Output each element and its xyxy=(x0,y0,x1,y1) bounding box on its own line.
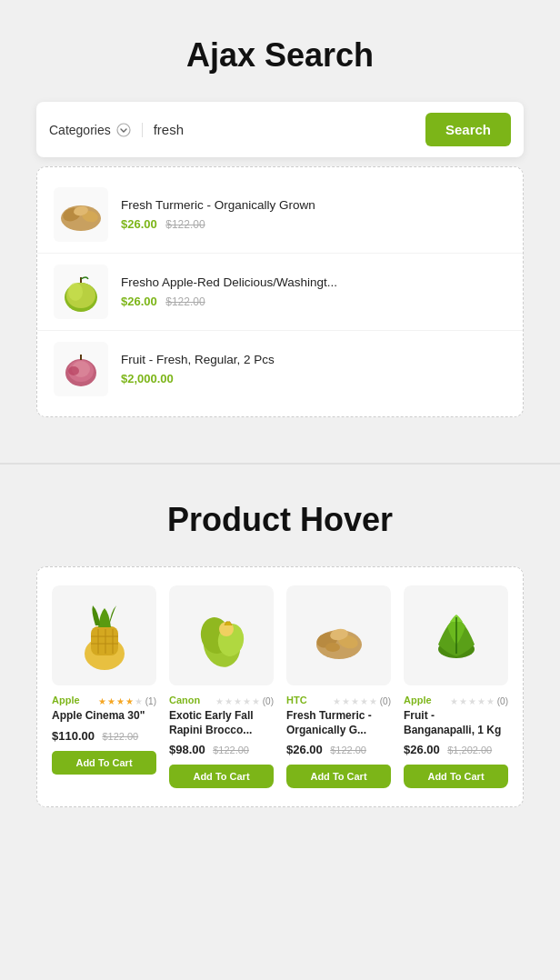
product-hover-section: Product Hover xyxy=(0,465,560,853)
product-image-wrap xyxy=(404,585,508,685)
product-brand: HTC xyxy=(286,695,307,705)
category-selector[interactable]: Categories xyxy=(49,123,143,137)
star-4: ★ xyxy=(243,696,251,706)
star-5: ★ xyxy=(252,696,260,706)
result-price-old: $122.00 xyxy=(165,295,205,308)
product-hover-title: Product Hover xyxy=(36,501,524,539)
star-2: ★ xyxy=(107,696,115,706)
product-price-old: $1,202.00 xyxy=(447,745,492,755)
category-label: Categories xyxy=(49,123,111,137)
star-4: ★ xyxy=(477,696,485,706)
zucchini-image xyxy=(181,595,263,676)
product-name: Exotic Early Fall Rapini Brocco... xyxy=(169,709,274,737)
result-price-new: $26.00 xyxy=(121,217,157,231)
star-1: ★ xyxy=(333,696,341,706)
product-price-old: $122.00 xyxy=(102,731,138,742)
svg-point-29 xyxy=(325,643,340,652)
product-price-row: $26.00 $122.00 xyxy=(286,741,391,757)
review-count: (0) xyxy=(263,696,274,706)
product-brand-row: Apple ★ ★ ★ ★ ★ (0) xyxy=(404,695,508,707)
result-product-image xyxy=(54,187,108,242)
pineapple-image xyxy=(64,595,145,676)
product-stars: ★ ★ ★ ★ ★ xyxy=(98,696,143,706)
product-stars: ★ ★ ★ ★ ★ xyxy=(215,696,260,706)
result-product-name: Fresho Apple-Red Delicious/Washingt... xyxy=(121,275,506,289)
star-5: ★ xyxy=(486,696,495,706)
result-price-row: $26.00 $122.00 xyxy=(121,215,506,232)
product-price-row: $98.00 $122.00 xyxy=(169,741,274,757)
result-product-info: Fresh Turmeric - Organically Grown $26.0… xyxy=(121,198,506,232)
product-brand-row: Apple ★ ★ ★ ★ ★ (1) xyxy=(52,695,156,707)
svg-rect-15 xyxy=(91,626,118,655)
product-price-row: $110.00 $122.00 xyxy=(52,727,156,744)
star-4: ★ xyxy=(125,696,134,706)
product-card: Canon ★ ★ ★ ★ ★ (0) Exotic Early Fall Ra… xyxy=(169,585,274,788)
review-count: (0) xyxy=(497,696,508,706)
star-5: ★ xyxy=(369,696,377,706)
star-3: ★ xyxy=(116,696,125,706)
ajax-search-section: Ajax Search Categories Search xyxy=(0,0,560,463)
star-3: ★ xyxy=(351,696,359,706)
result-product-info: Fresho Apple-Red Delicious/Washingt... $… xyxy=(121,275,506,309)
search-input[interactable] xyxy=(143,122,425,137)
product-brand: Apple xyxy=(404,695,432,705)
product-brand-row: Canon ★ ★ ★ ★ ★ (0) xyxy=(169,695,274,707)
add-to-cart-button[interactable]: Add To Cart xyxy=(52,751,156,775)
svg-point-0 xyxy=(117,124,130,136)
search-result-item[interactable]: Fresho Apple-Red Delicious/Washingt... $… xyxy=(37,254,523,331)
star-3: ★ xyxy=(468,696,476,706)
product-price-old: $122.00 xyxy=(330,745,366,755)
search-button[interactable]: Search xyxy=(425,113,511,146)
star-1: ★ xyxy=(215,696,224,706)
star-3: ★ xyxy=(234,696,242,706)
product-name: Fresh Turmeric - Organically G... xyxy=(286,709,391,737)
product-price-new: $110.00 xyxy=(52,729,95,743)
result-price-row: $26.00 $122.00 xyxy=(121,293,506,309)
result-product-info: Fruit - Fresh, Regular, 2 Pcs $2,000.00 xyxy=(121,353,506,386)
result-price-row: $2,000.00 xyxy=(121,370,506,386)
star-2: ★ xyxy=(342,696,350,706)
product-stars: ★ ★ ★ ★ ★ xyxy=(333,696,377,706)
star-5: ★ xyxy=(135,696,143,706)
svg-point-7 xyxy=(68,283,83,301)
star-2: ★ xyxy=(459,696,467,706)
star-1: ★ xyxy=(98,696,106,706)
turmeric-image xyxy=(298,595,380,676)
add-to-cart-button[interactable]: Add To Cart xyxy=(404,765,508,788)
result-price-new: $26.00 xyxy=(121,295,157,308)
ajax-search-title: Ajax Search xyxy=(36,36,524,75)
product-name: Apple Cinema 30" xyxy=(52,709,156,724)
search-box: Categories Search xyxy=(36,102,524,157)
search-result-item[interactable]: Fruit - Fresh, Regular, 2 Pcs $2,000.00 xyxy=(37,331,523,407)
review-count: (1) xyxy=(145,696,156,706)
turmeric-img xyxy=(55,191,106,238)
chevron-down-icon xyxy=(116,123,131,137)
product-name: Fruit - Banganapalli, 1 Kg xyxy=(404,709,508,737)
svg-point-13 xyxy=(68,366,79,375)
product-price-old: $122.00 xyxy=(213,745,249,755)
product-brand: Apple xyxy=(52,695,80,705)
result-product-image xyxy=(54,342,108,396)
result-product-image xyxy=(54,265,108,319)
add-to-cart-button[interactable]: Add To Cart xyxy=(286,765,391,788)
product-price-row: $26.00 $1,202.00 xyxy=(404,741,508,757)
products-grid: Apple ★ ★ ★ ★ ★ (1) Apple Cinema 30" xyxy=(52,585,508,788)
search-result-item[interactable]: Fresh Turmeric - Organically Grown $26.0… xyxy=(37,176,523,254)
result-price-new: $2,000.00 xyxy=(121,372,174,385)
product-brand-row: HTC ★ ★ ★ ★ ★ (0) xyxy=(286,695,391,707)
product-brand: Canon xyxy=(169,695,200,705)
star-4: ★ xyxy=(360,696,368,706)
products-card: Apple ★ ★ ★ ★ ★ (1) Apple Cinema 30" xyxy=(36,566,524,807)
product-card: HTC ★ ★ ★ ★ ★ (0) Fresh Turmeric - Organ… xyxy=(286,585,391,788)
product-card: Apple ★ ★ ★ ★ ★ (0) Fruit - Banganapalli… xyxy=(404,585,508,788)
result-price-old: $122.00 xyxy=(165,218,205,231)
product-card: Apple ★ ★ ★ ★ ★ (1) Apple Cinema 30" xyxy=(52,585,156,788)
product-price-new: $98.00 xyxy=(169,743,205,756)
result-product-name: Fruit - Fresh, Regular, 2 Pcs xyxy=(121,353,506,366)
product-price-new: $26.00 xyxy=(404,743,440,756)
add-to-cart-button[interactable]: Add To Cart xyxy=(169,765,274,788)
result-product-name: Fresh Turmeric - Organically Grown xyxy=(121,198,506,212)
product-price-new: $26.00 xyxy=(286,743,323,756)
product-image-wrap xyxy=(52,585,156,685)
onion-img xyxy=(55,345,106,393)
